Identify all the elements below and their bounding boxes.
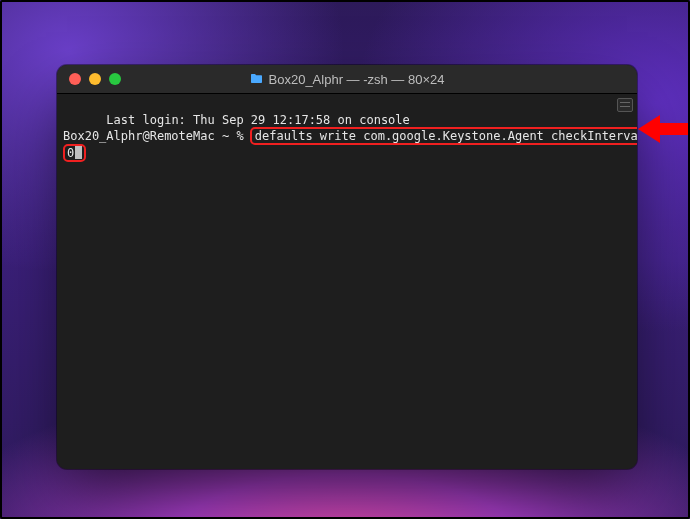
command-highlight-2: 0 xyxy=(63,144,86,162)
command-text-2: 0 xyxy=(67,146,74,160)
shell-prompt: Box20_Alphr@RemoteMac ~ % xyxy=(63,129,251,143)
window-title-text: Box20_Alphr — -zsh — 80×24 xyxy=(269,72,445,87)
terminal-window: Box20_Alphr — -zsh — 80×24 Last login: T… xyxy=(57,65,637,469)
desktop-wallpaper: Box20_Alphr — -zsh — 80×24 Last login: T… xyxy=(0,0,690,519)
zoom-icon[interactable] xyxy=(109,73,121,85)
traffic-lights xyxy=(57,73,121,85)
terminal-cursor xyxy=(75,146,82,159)
command-text-1: defaults write com.google.Keystone.Agent… xyxy=(255,129,637,143)
command-highlight-1: defaults write com.google.Keystone.Agent… xyxy=(250,127,637,145)
folder-icon xyxy=(250,73,263,87)
close-icon[interactable] xyxy=(69,73,81,85)
scroll-indicator-icon xyxy=(617,98,633,112)
window-titlebar[interactable]: Box20_Alphr — -zsh — 80×24 xyxy=(57,65,637,94)
window-title: Box20_Alphr — -zsh — 80×24 xyxy=(57,72,637,87)
last-login-line: Last login: Thu Sep 29 12:17:58 on conso… xyxy=(106,113,409,127)
minimize-icon[interactable] xyxy=(89,73,101,85)
callout-arrow-icon xyxy=(638,115,688,141)
terminal-body[interactable]: Last login: Thu Sep 29 12:17:58 on conso… xyxy=(57,94,637,469)
